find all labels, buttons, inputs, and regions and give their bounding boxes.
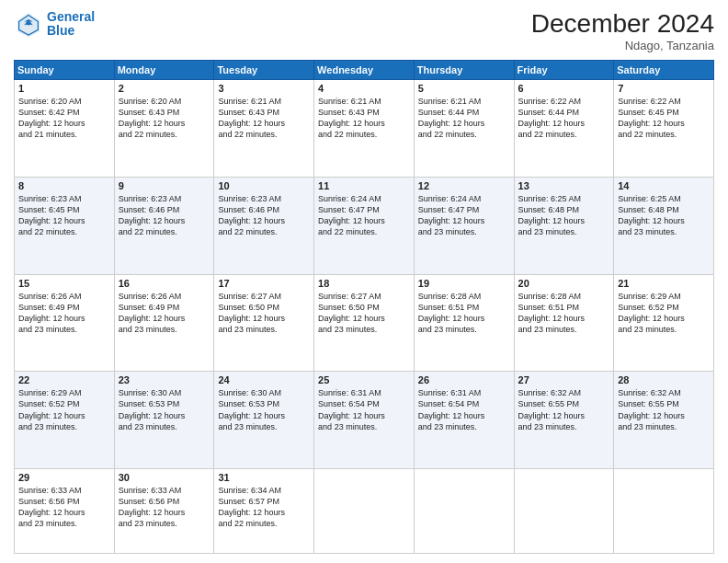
day-number: 27 — [518, 374, 610, 385]
day-number: 22 — [18, 374, 110, 385]
month-title: December 2024 — [531, 9, 714, 39]
calendar-cell — [514, 469, 614, 554]
calendar-cell: 9Sunrise: 6:23 AMSunset: 6:46 PMDaylight… — [114, 177, 214, 274]
day-number: 11 — [318, 180, 410, 191]
weekday-header-wednesday: Wednesday — [314, 61, 415, 80]
weekday-header-row: SundayMondayTuesdayWednesdayThursdayFrid… — [15, 61, 714, 80]
calendar-cell: 19Sunrise: 6:28 AMSunset: 6:51 PMDayligh… — [414, 274, 514, 372]
day-number: 21 — [618, 278, 710, 289]
day-info: Sunrise: 6:21 AMSunset: 6:43 PMDaylight:… — [218, 96, 310, 141]
day-number: 14 — [618, 180, 710, 191]
day-number: 24 — [218, 374, 310, 385]
day-info: Sunrise: 6:28 AMSunset: 6:51 PMDaylight:… — [418, 291, 510, 336]
day-info: Sunrise: 6:22 AMSunset: 6:44 PMDaylight:… — [518, 96, 610, 141]
day-number: 16 — [119, 278, 210, 289]
week-row-5: 29Sunrise: 6:33 AMSunset: 6:56 PMDayligh… — [15, 469, 714, 554]
page: General Blue December 2024 Ndago, Tanzan… — [0, 0, 728, 563]
calendar-cell: 12Sunrise: 6:24 AMSunset: 6:47 PMDayligh… — [414, 177, 514, 274]
day-info: Sunrise: 6:30 AMSunset: 6:53 PMDaylight:… — [119, 387, 210, 432]
title-block: December 2024 Ndago, Tanzania — [531, 9, 714, 52]
calendar-table: SundayMondayTuesdayWednesdayThursdayFrid… — [14, 60, 714, 554]
day-number: 7 — [618, 83, 710, 94]
day-info: Sunrise: 6:30 AMSunset: 6:53 PMDaylight:… — [218, 387, 310, 432]
week-row-1: 1Sunrise: 6:20 AMSunset: 6:42 PMDaylight… — [15, 80, 714, 178]
calendar-cell: 2Sunrise: 6:20 AMSunset: 6:43 PMDaylight… — [114, 80, 214, 178]
day-number: 29 — [18, 472, 110, 483]
day-number: 12 — [418, 180, 510, 191]
weekday-header-sunday: Sunday — [15, 61, 115, 80]
day-info: Sunrise: 6:32 AMSunset: 6:55 PMDaylight:… — [618, 387, 710, 432]
calendar-cell: 31Sunrise: 6:34 AMSunset: 6:57 PMDayligh… — [214, 469, 314, 554]
day-number: 26 — [418, 374, 510, 385]
day-info: Sunrise: 6:28 AMSunset: 6:51 PMDaylight:… — [518, 291, 610, 336]
calendar-cell: 20Sunrise: 6:28 AMSunset: 6:51 PMDayligh… — [514, 274, 614, 372]
calendar-cell — [614, 469, 714, 554]
day-info: Sunrise: 6:31 AMSunset: 6:54 PMDaylight:… — [318, 387, 410, 432]
calendar-cell: 29Sunrise: 6:33 AMSunset: 6:56 PMDayligh… — [15, 469, 115, 554]
day-number: 18 — [318, 278, 410, 289]
day-info: Sunrise: 6:26 AMSunset: 6:49 PMDaylight:… — [18, 291, 110, 336]
day-number: 4 — [318, 83, 410, 94]
day-number: 31 — [218, 472, 310, 483]
day-info: Sunrise: 6:26 AMSunset: 6:49 PMDaylight:… — [119, 291, 210, 336]
day-number: 13 — [518, 180, 610, 191]
day-number: 5 — [418, 83, 510, 94]
day-number: 8 — [18, 180, 110, 191]
day-info: Sunrise: 6:29 AMSunset: 6:52 PMDaylight:… — [618, 291, 710, 336]
day-number: 6 — [518, 83, 610, 94]
day-info: Sunrise: 6:23 AMSunset: 6:45 PMDaylight:… — [18, 193, 110, 238]
weekday-header-monday: Monday — [114, 61, 214, 80]
logo-text: General Blue — [47, 10, 95, 39]
day-info: Sunrise: 6:21 AMSunset: 6:44 PMDaylight:… — [418, 96, 510, 141]
day-info: Sunrise: 6:33 AMSunset: 6:56 PMDaylight:… — [18, 485, 110, 530]
header: General Blue December 2024 Ndago, Tanzan… — [14, 9, 714, 52]
weekday-header-tuesday: Tuesday — [214, 61, 314, 80]
logo-icon — [14, 9, 43, 39]
calendar-cell: 13Sunrise: 6:25 AMSunset: 6:48 PMDayligh… — [514, 177, 614, 274]
day-info: Sunrise: 6:33 AMSunset: 6:56 PMDaylight:… — [119, 485, 210, 530]
weekday-header-friday: Friday — [514, 61, 614, 80]
day-info: Sunrise: 6:32 AMSunset: 6:55 PMDaylight:… — [518, 387, 610, 432]
calendar-cell: 27Sunrise: 6:32 AMSunset: 6:55 PMDayligh… — [514, 372, 614, 469]
calendar-cell: 6Sunrise: 6:22 AMSunset: 6:44 PMDaylight… — [514, 80, 614, 178]
calendar-cell: 8Sunrise: 6:23 AMSunset: 6:45 PMDaylight… — [15, 177, 115, 274]
day-info: Sunrise: 6:20 AMSunset: 6:43 PMDaylight:… — [119, 96, 210, 141]
day-number: 10 — [218, 180, 310, 191]
day-number: 25 — [318, 374, 410, 385]
day-number: 19 — [418, 278, 510, 289]
day-number: 2 — [119, 83, 210, 94]
calendar-cell: 5Sunrise: 6:21 AMSunset: 6:44 PMDaylight… — [414, 80, 514, 178]
day-info: Sunrise: 6:31 AMSunset: 6:54 PMDaylight:… — [418, 387, 510, 432]
day-number: 3 — [218, 83, 310, 94]
day-number: 23 — [119, 374, 210, 385]
calendar-cell: 26Sunrise: 6:31 AMSunset: 6:54 PMDayligh… — [414, 372, 514, 469]
calendar-cell: 7Sunrise: 6:22 AMSunset: 6:45 PMDaylight… — [614, 80, 714, 178]
calendar-cell: 10Sunrise: 6:23 AMSunset: 6:46 PMDayligh… — [214, 177, 314, 274]
calendar-cell: 30Sunrise: 6:33 AMSunset: 6:56 PMDayligh… — [114, 469, 214, 554]
day-info: Sunrise: 6:25 AMSunset: 6:48 PMDaylight:… — [518, 193, 610, 238]
week-row-3: 15Sunrise: 6:26 AMSunset: 6:49 PMDayligh… — [15, 274, 714, 372]
calendar-cell: 14Sunrise: 6:25 AMSunset: 6:48 PMDayligh… — [614, 177, 714, 274]
logo: General Blue — [14, 9, 95, 39]
week-row-4: 22Sunrise: 6:29 AMSunset: 6:52 PMDayligh… — [15, 372, 714, 469]
weekday-header-saturday: Saturday — [614, 61, 714, 80]
day-number: 28 — [618, 374, 710, 385]
day-info: Sunrise: 6:29 AMSunset: 6:52 PMDaylight:… — [18, 387, 110, 432]
day-number: 30 — [119, 472, 210, 483]
day-info: Sunrise: 6:27 AMSunset: 6:50 PMDaylight:… — [318, 291, 410, 336]
calendar-cell: 22Sunrise: 6:29 AMSunset: 6:52 PMDayligh… — [15, 372, 115, 469]
day-number: 17 — [218, 278, 310, 289]
logo-general: General — [47, 9, 95, 24]
day-info: Sunrise: 6:23 AMSunset: 6:46 PMDaylight:… — [218, 193, 310, 238]
calendar-cell: 1Sunrise: 6:20 AMSunset: 6:42 PMDaylight… — [15, 80, 115, 178]
day-info: Sunrise: 6:22 AMSunset: 6:45 PMDaylight:… — [618, 96, 710, 141]
calendar-cell: 4Sunrise: 6:21 AMSunset: 6:43 PMDaylight… — [314, 80, 415, 178]
calendar-cell: 24Sunrise: 6:30 AMSunset: 6:53 PMDayligh… — [214, 372, 314, 469]
day-info: Sunrise: 6:34 AMSunset: 6:57 PMDaylight:… — [218, 485, 310, 530]
calendar-cell: 25Sunrise: 6:31 AMSunset: 6:54 PMDayligh… — [314, 372, 415, 469]
day-info: Sunrise: 6:27 AMSunset: 6:50 PMDaylight:… — [218, 291, 310, 336]
location: Ndago, Tanzania — [531, 39, 714, 52]
calendar-cell: 23Sunrise: 6:30 AMSunset: 6:53 PMDayligh… — [114, 372, 214, 469]
day-info: Sunrise: 6:25 AMSunset: 6:48 PMDaylight:… — [618, 193, 710, 238]
calendar-cell: 17Sunrise: 6:27 AMSunset: 6:50 PMDayligh… — [214, 274, 314, 372]
